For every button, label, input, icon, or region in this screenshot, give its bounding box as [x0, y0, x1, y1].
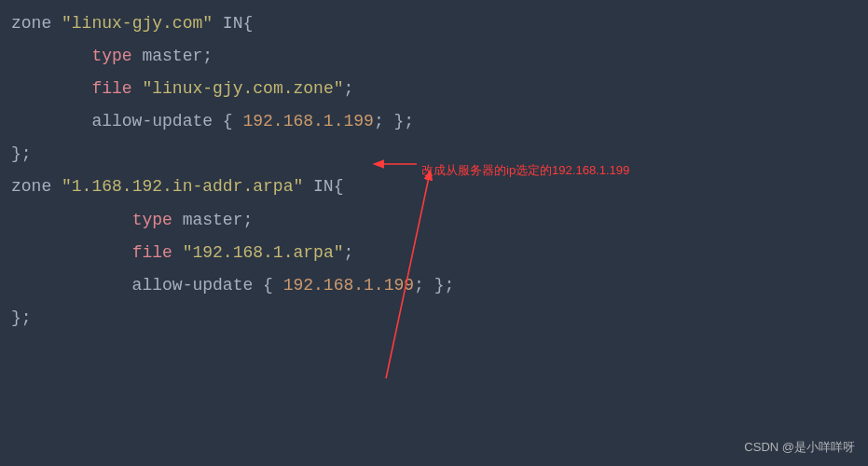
- code-string: "1.168.192.in-addr.arpa": [62, 177, 303, 196]
- code-line-4: allow-update { 192.168.1.199; };: [11, 105, 868, 138]
- code-text: ; };: [414, 276, 454, 295]
- code-indent: [11, 79, 91, 98]
- code-line-8: type master;: [11, 204, 868, 237]
- code-number: 192.168.1.199: [242, 112, 373, 130]
- code-string: "linux-gjy.com.zone": [142, 79, 343, 98]
- code-text: allow-update {: [11, 276, 283, 295]
- code-text: master;: [172, 211, 253, 229]
- code-keyword: file: [91, 79, 131, 98]
- code-line-1: zone "linux-gjy.com" IN{: [11, 7, 868, 40]
- code-string: "192.168.1.arpa": [183, 243, 344, 262]
- code-text: allow-update {: [11, 112, 242, 130]
- code-text: zone: [11, 177, 62, 196]
- code-text: [132, 79, 143, 98]
- code-text: };: [11, 308, 32, 327]
- code-string: "linux-gjy.com": [62, 14, 213, 33]
- code-line-9: file "192.168.1.arpa";: [11, 237, 868, 269]
- code-text: IN{: [213, 14, 253, 33]
- code-text: };: [11, 144, 32, 163]
- code-line-10: allow-update { 192.168.1.199; };: [11, 269, 868, 302]
- code-keyword: type: [91, 47, 131, 65]
- code-line-12: };: [11, 302, 868, 335]
- code-text: [172, 243, 183, 262]
- code-line-2: type master;: [11, 40, 868, 73]
- code-text: ;: [344, 79, 354, 98]
- code-number: 192.168.1.199: [283, 276, 414, 295]
- annotation-text: 改成从服务器的ip选定的192.168.1.199: [421, 158, 629, 182]
- code-indent: [11, 47, 91, 65]
- code-text: zone: [11, 14, 62, 33]
- code-keyword: type: [132, 211, 172, 229]
- watermark: CSDN @是小咩咩呀: [744, 435, 855, 459]
- code-text: ; };: [374, 112, 414, 130]
- code-keyword: file: [132, 243, 172, 262]
- code-indent: [11, 211, 132, 229]
- code-line-3: file "linux-gjy.com.zone";: [11, 73, 868, 105]
- code-text: IN{: [303, 177, 343, 196]
- code-indent: [11, 243, 132, 262]
- code-text: ;: [343, 243, 353, 262]
- code-text: master;: [132, 47, 213, 65]
